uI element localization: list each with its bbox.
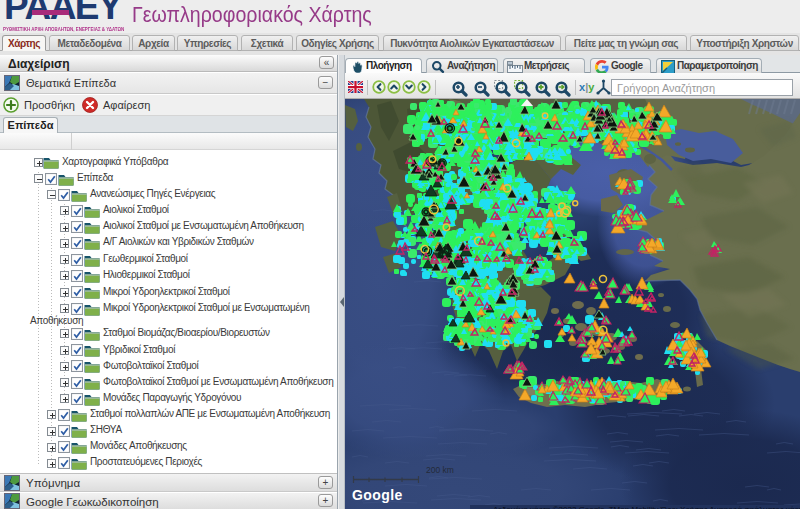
svg-text:Google: Google — [352, 487, 403, 503]
svg-text:Δεδομένα χάρτη ©2023 Google, T: Δεδομένα χάρτη ©2023 Google, TMap Mobili… — [493, 505, 800, 509]
svg-text:200 km: 200 km — [426, 465, 454, 475]
